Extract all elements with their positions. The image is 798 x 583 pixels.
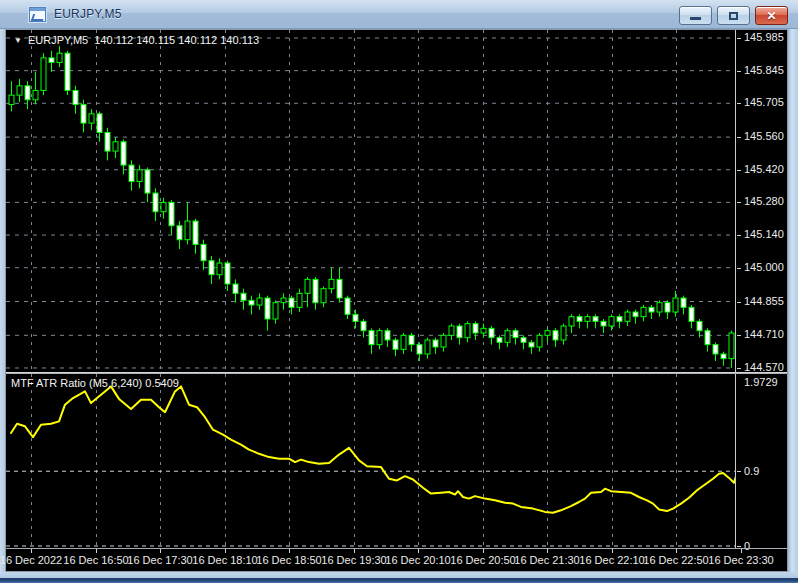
candle <box>425 338 430 359</box>
candle <box>49 51 54 72</box>
title-bar[interactable]: EURJPY,M5 ✕ <box>0 0 798 29</box>
candle <box>537 333 542 352</box>
minimize-icon <box>690 17 701 20</box>
candle <box>497 335 502 349</box>
price-label: 145.560 <box>744 130 784 142</box>
price-axis-tick <box>737 170 741 171</box>
candle <box>577 314 582 328</box>
symbol-name: EURJPY,M5 <box>28 34 88 46</box>
price-label: 145.000 <box>744 261 784 273</box>
time-label: 16 Dec 23:30 <box>708 554 773 566</box>
price-axis-tick <box>737 302 741 303</box>
window-buttons: ✕ <box>679 6 788 25</box>
time-axis-tick <box>354 549 355 553</box>
candle <box>249 296 254 315</box>
price-axis-tick <box>737 335 741 336</box>
candle <box>145 167 150 202</box>
indicator-pane[interactable]: MTF ATR Ratio (M5,6,240) 0.5409 <box>6 374 736 548</box>
time-axis-tick <box>612 549 613 553</box>
candle <box>633 310 638 324</box>
chart-window: EURJPY,M5 ✕ ▼ EURJPY,M5 140.112 140.115 … <box>0 0 798 583</box>
candle <box>89 109 94 130</box>
price-label: 145.845 <box>744 64 784 76</box>
candle <box>209 256 214 284</box>
indicator-scale[interactable]: 1.97290.90 <box>737 374 787 548</box>
candle <box>601 319 606 333</box>
candle <box>177 221 182 249</box>
window-frame-bottom <box>0 572 798 583</box>
time-label: 16 Dec 20:10 <box>385 554 450 566</box>
candle <box>65 51 70 95</box>
restore-icon <box>729 12 738 20</box>
candle <box>161 198 166 219</box>
window-frame-right <box>788 29 798 583</box>
price-axis-tick <box>737 368 741 369</box>
candle <box>57 46 62 67</box>
indicator-canvas[interactable] <box>6 374 735 548</box>
price-label: 145.420 <box>744 163 784 175</box>
candle <box>217 258 222 279</box>
time-axis-tick <box>483 549 484 553</box>
candle <box>297 289 302 312</box>
candle <box>73 86 78 114</box>
price-label: 144.710 <box>744 328 784 340</box>
candle <box>545 328 550 342</box>
candle <box>121 139 126 174</box>
time-label: 16 Dec 18:50 <box>256 554 321 566</box>
candle <box>329 268 334 294</box>
candle <box>641 305 646 321</box>
price-scale[interactable]: 145.985145.845145.705145.560145.420145.2… <box>737 30 787 372</box>
time-label: 16 Dec 2022 <box>0 554 62 566</box>
candle <box>233 279 238 302</box>
price-axis-tick <box>737 103 741 104</box>
candle <box>705 328 710 351</box>
candle <box>193 219 198 254</box>
candle <box>241 289 246 310</box>
time-axis-tick <box>96 549 97 553</box>
candle <box>433 338 438 354</box>
candle <box>593 314 598 328</box>
candle <box>281 293 286 309</box>
candle <box>257 293 262 309</box>
restore-button[interactable] <box>717 6 750 25</box>
candle <box>713 342 718 361</box>
time-axis-tick <box>289 549 290 553</box>
candle <box>417 342 422 361</box>
candle <box>673 291 678 317</box>
candle <box>553 328 558 347</box>
candle <box>41 53 46 95</box>
price-label: 145.985 <box>744 31 784 43</box>
time-label: 16 Dec 17:30 <box>127 554 192 566</box>
candle <box>681 296 686 315</box>
time-label: 16 Dec 22:10 <box>579 554 644 566</box>
candle <box>729 331 734 368</box>
candle <box>129 160 134 190</box>
time-scale[interactable]: 16 Dec 202216 Dec 16:5016 Dec 17:3016 De… <box>6 548 787 571</box>
time-axis-tick <box>547 549 548 553</box>
price-label: 145.280 <box>744 195 784 207</box>
candle <box>9 81 14 111</box>
symbol-ohlc-line: ▼ EURJPY,M5 140.112 140.115 140.112 140.… <box>14 34 259 46</box>
price-axis-tick <box>737 71 741 72</box>
candle <box>625 310 630 326</box>
candle <box>273 300 278 323</box>
candle <box>649 305 654 319</box>
candle <box>473 321 478 340</box>
candle <box>521 335 526 349</box>
candle <box>377 328 382 349</box>
collapse-arrow-icon[interactable]: ▼ <box>14 36 22 45</box>
candle <box>313 277 318 310</box>
candle <box>17 79 22 102</box>
close-button[interactable]: ✕ <box>755 6 788 25</box>
candle <box>353 310 358 329</box>
minimize-button[interactable] <box>679 6 712 25</box>
candle <box>369 328 374 354</box>
candle <box>345 296 350 319</box>
candle <box>457 324 462 345</box>
candle <box>153 188 158 221</box>
candle <box>265 296 270 331</box>
candlestick-canvas[interactable] <box>6 30 735 372</box>
indicator-axis-label: 1.9729 <box>744 376 778 388</box>
price-chart-pane[interactable]: ▼ EURJPY,M5 140.112 140.115 140.112 140.… <box>6 30 736 372</box>
candle <box>513 328 518 344</box>
